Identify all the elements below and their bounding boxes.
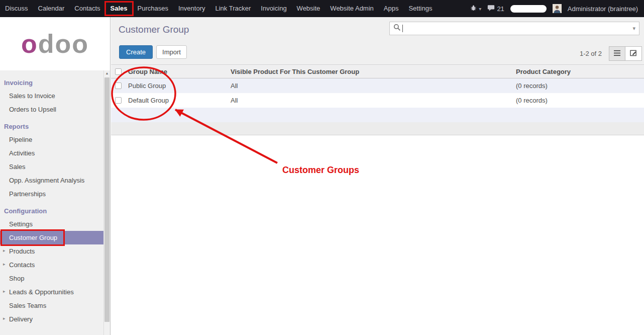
- row-check-cell: [111, 97, 125, 104]
- bug-icon: [470, 5, 477, 13]
- list-view-icon: [613, 50, 621, 58]
- expand-caret-icon: ▸: [3, 248, 6, 253]
- sidebar-item-opp-assignment-analysis[interactable]: Opp. Assignment Analysis: [0, 174, 103, 187]
- menu-website-admin[interactable]: Website Admin: [325, 0, 378, 17]
- menu-label: Settings: [408, 5, 432, 12]
- messages-count: 21: [497, 5, 504, 13]
- menu-calendar[interactable]: Calendar: [33, 0, 70, 17]
- logo-accent-letter: o: [21, 29, 38, 58]
- pager-area: 1-2 of 2: [580, 46, 642, 61]
- menu-contacts[interactable]: Contacts: [69, 0, 105, 17]
- select-all-checkbox[interactable]: [115, 68, 122, 75]
- cell-visible-product: All: [231, 97, 513, 104]
- menu-website[interactable]: Website: [292, 0, 326, 17]
- row-check-cell: [111, 82, 125, 89]
- user-menu[interactable]: Administrator (braintree): [568, 5, 638, 13]
- sidebar-item-sales-to-invoice[interactable]: Sales to Invoice: [0, 89, 103, 103]
- column-header-product-category[interactable]: Product Category: [513, 68, 644, 75]
- status-pill[interactable]: [510, 5, 547, 13]
- sidebar-scrollbar[interactable]: ▲: [103, 70, 110, 335]
- expand-caret-icon: ▸: [3, 262, 6, 267]
- menu-settings[interactable]: Settings: [403, 0, 437, 17]
- sidebar-section: Reports Pipeline Activities Sales Opp. A…: [0, 120, 103, 201]
- control-panel: Customer Group ▾ Create Import 1-2 of 2: [111, 17, 644, 64]
- menu-link-tracker[interactable]: Link Tracker: [210, 0, 256, 17]
- menu-apps[interactable]: Apps: [379, 0, 404, 17]
- pager: 1-2 of 2: [580, 50, 602, 57]
- cell-group-name: Default Group: [125, 97, 231, 104]
- sidebar-section-invoicing: Invoicing: [0, 76, 103, 89]
- menu-label: Calendar: [38, 5, 65, 12]
- sidebar-item-label: Sales Teams: [9, 302, 46, 309]
- sidebar-item-label: Sales: [9, 163, 26, 171]
- form-view-icon: [630, 49, 637, 58]
- debug-menu[interactable]: ▾: [470, 5, 481, 13]
- chat-icon: [487, 5, 495, 13]
- column-header-group-name[interactable]: Group Name: [125, 68, 231, 75]
- sidebar-item-partnerships[interactable]: Partnerships: [0, 187, 103, 201]
- sidebar: odoo Invoicing Sales to Invoice Orders t…: [0, 17, 111, 335]
- menu-label: Website Admin: [330, 5, 373, 12]
- scroll-up-icon[interactable]: ▲: [104, 71, 110, 75]
- cell-product-category: (0 records): [513, 82, 644, 90]
- sidebar-item-sales[interactable]: Sales: [0, 160, 103, 174]
- sidebar-item-sales-teams[interactable]: Sales Teams: [0, 299, 103, 312]
- sidebar-item-delivery[interactable]: ▸Delivery: [0, 312, 103, 326]
- sidebar-item-label: Contacts: [9, 261, 35, 269]
- expand-caret-icon: ▸: [3, 289, 6, 294]
- sidebar-section: Configuration Settings Customer Group ▸P…: [0, 205, 103, 326]
- search-options-caret-icon[interactable]: ▾: [632, 25, 635, 32]
- sidebar-item-label: Sales to Invoice: [9, 92, 55, 100]
- sidebar-item-pipeline[interactable]: Pipeline: [0, 133, 103, 146]
- sidebar-item-label: Activities: [9, 149, 35, 157]
- sidebar-item-shop[interactable]: Shop: [0, 272, 103, 285]
- sidebar-item-customer-group[interactable]: Customer Group: [0, 231, 103, 244]
- form-view-button[interactable]: [625, 46, 642, 61]
- scrollbar-thumb[interactable]: [104, 77, 110, 322]
- sidebar-item-contacts[interactable]: ▸Contacts: [0, 258, 103, 272]
- sidebar-item-orders-to-upsell[interactable]: Orders to Upsell: [0, 103, 103, 116]
- table-row[interactable]: Default Group All (0 records): [111, 93, 644, 108]
- column-header-visible-product[interactable]: Visible Product For This Customer Group: [231, 68, 513, 75]
- action-buttons: Create Import: [119, 45, 187, 59]
- sidebar-item-label: Opp. Assignment Analysis: [9, 177, 84, 184]
- menu-sales[interactable]: Sales: [105, 0, 133, 17]
- view-switcher: [609, 46, 642, 61]
- cell-visible-product: All: [231, 82, 513, 90]
- expand-caret-icon: ▸: [3, 316, 6, 321]
- topbar: Discuss Calendar Contacts Sales Purchase…: [0, 0, 644, 17]
- sidebar-item-products[interactable]: ▸Products: [0, 244, 103, 258]
- sidebar-item-settings[interactable]: Settings: [0, 217, 103, 231]
- odoo-logo[interactable]: odoo: [21, 31, 89, 57]
- menu-invoicing[interactable]: Invoicing: [256, 0, 291, 17]
- messages-menu[interactable]: 21: [487, 5, 504, 13]
- row-checkbox[interactable]: [115, 97, 122, 104]
- sidebar-item-label: Shop: [9, 275, 24, 282]
- menu-label: Inventory: [178, 5, 205, 12]
- search-input[interactable]: [403, 22, 630, 35]
- empty-row: [111, 108, 644, 122]
- create-button[interactable]: Create: [119, 45, 153, 59]
- sidebar-section-reports: Reports: [0, 120, 103, 133]
- import-button[interactable]: Import: [156, 45, 187, 59]
- menu-label: Apps: [384, 5, 399, 12]
- main-content: Customer Group ▾ Create Import 1-2 of 2: [111, 17, 644, 335]
- search-box: ▾: [389, 22, 639, 35]
- menu-discuss[interactable]: Discuss: [0, 0, 33, 17]
- menu-purchases[interactable]: Purchases: [133, 0, 173, 17]
- table-row[interactable]: Public Group All (0 records): [111, 78, 644, 93]
- list-view-button[interactable]: [609, 46, 625, 61]
- avatar[interactable]: [553, 4, 562, 13]
- menu-label: Contacts: [74, 5, 100, 12]
- page-title: Customer Group: [119, 24, 189, 35]
- sidebar-menu: Invoicing Sales to Invoice Orders to Ups…: [0, 70, 103, 335]
- menu-label: Website: [297, 5, 320, 12]
- sidebar-item-label: Customer Group: [9, 234, 57, 241]
- menu-inventory[interactable]: Inventory: [173, 0, 210, 17]
- row-checkbox[interactable]: [115, 82, 122, 89]
- sidebar-item-label: Settings: [9, 220, 33, 228]
- sidebar-item-label: Delivery: [9, 315, 33, 323]
- sidebar-item-leads-opportunities[interactable]: ▸Leads & Opportunities: [0, 285, 103, 299]
- sidebar-item-activities[interactable]: Activities: [0, 146, 103, 160]
- topbar-menu: Discuss Calendar Contacts Sales Purchase…: [0, 0, 437, 17]
